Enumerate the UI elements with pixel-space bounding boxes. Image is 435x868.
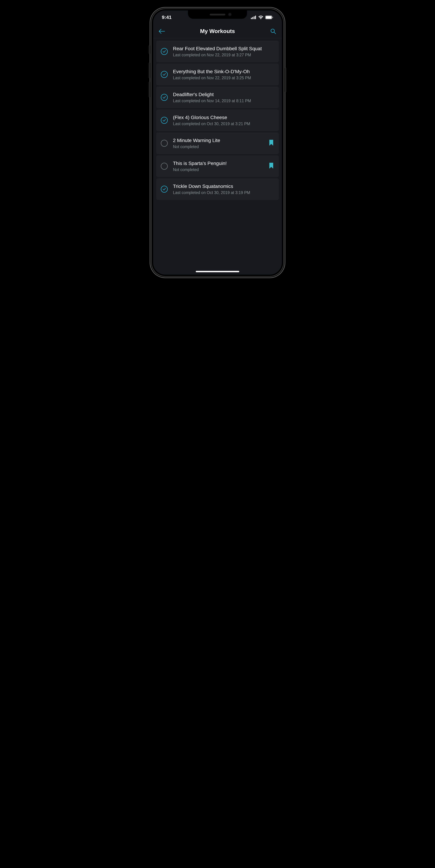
workout-text: Trickle Down SquatanomicsLast completed … <box>173 183 274 195</box>
workout-title: 2 Minute Warning Lite <box>173 137 264 144</box>
workout-item[interactable]: This is Sparta's Penguin!Not completed <box>156 155 279 177</box>
workout-title: Trickle Down Squatanomics <box>173 183 274 189</box>
workout-text: (Flex 4) Glorious CheeseLast completed o… <box>173 114 274 126</box>
workout-title: Everything But the Sink-O-D'My-Oh <box>173 68 274 74</box>
workout-subtitle: Not completed <box>173 145 264 149</box>
status-icons <box>251 16 273 19</box>
home-indicator[interactable] <box>196 271 239 272</box>
back-button[interactable] <box>158 28 166 35</box>
front-camera <box>228 13 231 16</box>
checkmark-circle-icon <box>161 117 168 124</box>
svg-rect-5 <box>266 16 271 19</box>
side-button <box>149 63 150 78</box>
workout-title: (Flex 4) Glorious Cheese <box>173 114 274 121</box>
search-icon <box>270 29 276 34</box>
workout-item[interactable]: (Flex 4) Glorious CheeseLast completed o… <box>156 110 279 131</box>
checkmark-circle-icon <box>161 71 168 78</box>
phone-frame: 9:41 My Workouts Rear Foot Elevated Dumb… <box>150 7 285 278</box>
checkmark-circle-icon <box>161 48 168 55</box>
workout-subtitle: Last completed on Oct 30, 2019 at 3:21 P… <box>173 122 274 126</box>
checkmark-circle-icon <box>161 94 168 101</box>
speaker-grille <box>210 14 225 16</box>
svg-rect-2 <box>254 16 255 19</box>
workout-item[interactable]: Trickle Down SquatanomicsLast completed … <box>156 178 279 200</box>
nav-bar: My Workouts <box>153 24 282 38</box>
workout-title: Rear Foot Elevated Dumbbell Split Squat <box>173 45 274 52</box>
bookmark-icon[interactable] <box>269 163 274 170</box>
empty-circle-icon <box>161 140 168 147</box>
workout-text: Rear Foot Elevated Dumbbell Split SquatL… <box>173 45 274 57</box>
workout-title: Deadlifter's Delight <box>173 91 274 97</box>
workout-text: 2 Minute Warning LiteNot completed <box>173 137 264 149</box>
empty-circle-icon <box>161 163 168 170</box>
svg-rect-6 <box>272 17 273 18</box>
workout-text: Deadlifter's DelightLast completed on No… <box>173 91 274 103</box>
side-button <box>149 45 150 54</box>
checkmark-circle-icon <box>161 186 168 193</box>
wifi-icon <box>258 16 263 19</box>
side-button <box>285 68 286 92</box>
bookmark-icon[interactable] <box>269 140 274 147</box>
workout-item[interactable]: Deadlifter's DelightLast completed on No… <box>156 87 279 108</box>
workout-subtitle: Last completed on Nov 22, 2019 at 3:27 P… <box>173 53 274 57</box>
arrow-left-icon <box>159 29 165 34</box>
svg-rect-3 <box>255 16 256 19</box>
workout-item[interactable]: 2 Minute Warning LiteNot completed <box>156 132 279 154</box>
workout-item[interactable]: Everything But the Sink-O-D'My-OhLast co… <box>156 64 279 85</box>
svg-rect-0 <box>251 18 252 19</box>
workout-subtitle: Not completed <box>173 167 264 172</box>
page-title: My Workouts <box>153 28 282 34</box>
search-button[interactable] <box>269 28 277 35</box>
workout-text: Everything But the Sink-O-D'My-OhLast co… <box>173 68 274 80</box>
side-button <box>149 82 150 97</box>
workout-text: This is Sparta's Penguin!Not completed <box>173 160 264 172</box>
workout-subtitle: Last completed on Oct 30, 2019 at 3:19 P… <box>173 190 274 195</box>
workout-item[interactable]: Rear Foot Elevated Dumbbell Split SquatL… <box>156 41 279 62</box>
notch <box>188 10 247 19</box>
workout-list[interactable]: Rear Foot Elevated Dumbbell Split SquatL… <box>153 38 282 275</box>
workout-subtitle: Last completed on Nov 14, 2019 at 8:11 P… <box>173 99 274 103</box>
workout-title: This is Sparta's Penguin! <box>173 160 264 166</box>
battery-icon <box>265 16 273 19</box>
signal-icon <box>251 16 257 19</box>
screen: 9:41 My Workouts Rear Foot Elevated Dumb… <box>153 10 282 275</box>
status-time: 9:41 <box>162 14 172 20</box>
workout-subtitle: Last completed on Nov 22, 2019 at 3:25 P… <box>173 75 274 80</box>
svg-rect-1 <box>252 17 253 19</box>
